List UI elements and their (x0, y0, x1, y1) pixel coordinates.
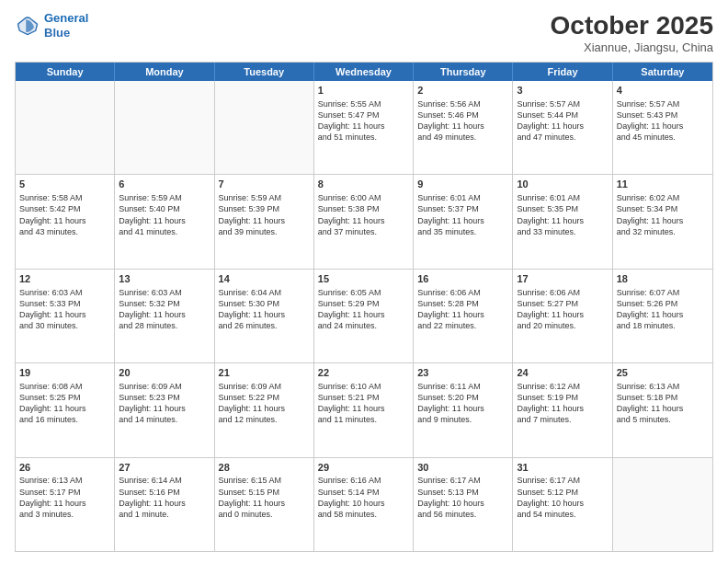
day-info: Sunrise: 6:17 AM Sunset: 5:12 PM Dayligh… (517, 475, 608, 520)
logo: General Blue (15, 11, 88, 40)
day-cell: 17Sunrise: 6:06 AM Sunset: 5:27 PM Dayli… (513, 270, 612, 362)
day-number: 29 (318, 461, 409, 475)
day-cell: 24Sunrise: 6:12 AM Sunset: 5:19 PM Dayli… (513, 363, 612, 456)
day-info: Sunrise: 6:01 AM Sunset: 5:35 PM Dayligh… (517, 192, 608, 237)
day-header: Sunday (16, 63, 115, 81)
day-info: Sunrise: 6:13 AM Sunset: 5:18 PM Dayligh… (617, 381, 709, 426)
day-info: Sunrise: 5:56 AM Sunset: 5:46 PM Dayligh… (417, 98, 508, 144)
day-info: Sunrise: 6:05 AM Sunset: 5:29 PM Dayligh… (318, 287, 409, 332)
day-cell (16, 81, 115, 174)
day-number: 27 (119, 461, 210, 475)
day-number: 17 (517, 272, 608, 286)
day-header: Thursday (414, 63, 513, 81)
day-cell: 10Sunrise: 6:01 AM Sunset: 5:35 PM Dayli… (513, 175, 612, 268)
location: Xiannue, Jiangsu, China (551, 40, 713, 54)
day-cell: 20Sunrise: 6:09 AM Sunset: 5:23 PM Dayli… (115, 363, 214, 456)
day-info: Sunrise: 6:04 AM Sunset: 5:30 PM Dayligh… (219, 287, 310, 332)
day-cell: 15Sunrise: 6:05 AM Sunset: 5:29 PM Dayli… (314, 270, 414, 362)
page: General Blue October 2025 Xiannue, Jiang… (0, 0, 728, 563)
day-number: 26 (19, 461, 110, 475)
day-info: Sunrise: 6:02 AM Sunset: 5:34 PM Dayligh… (617, 192, 709, 237)
day-cell: 30Sunrise: 6:17 AM Sunset: 5:13 PM Dayli… (414, 458, 513, 551)
day-header: Monday (115, 63, 214, 81)
day-cell: 4Sunrise: 5:57 AM Sunset: 5:43 PM Daylig… (613, 81, 712, 174)
day-cell: 16Sunrise: 6:06 AM Sunset: 5:28 PM Dayli… (414, 270, 513, 362)
day-cell: 29Sunrise: 6:16 AM Sunset: 5:14 PM Dayli… (314, 458, 414, 551)
day-cell: 11Sunrise: 6:02 AM Sunset: 5:34 PM Dayli… (613, 175, 712, 268)
day-info: Sunrise: 5:57 AM Sunset: 5:43 PM Dayligh… (617, 98, 709, 144)
day-cell: 18Sunrise: 6:07 AM Sunset: 5:26 PM Dayli… (613, 270, 712, 362)
month-title: October 2025 (551, 11, 713, 40)
day-headers: SundayMondayTuesdayWednesdayThursdayFrid… (16, 63, 712, 81)
header: General Blue October 2025 Xiannue, Jiang… (15, 11, 713, 54)
day-number: 7 (219, 178, 310, 191)
day-number: 13 (119, 272, 210, 286)
day-cell: 3Sunrise: 5:57 AM Sunset: 5:44 PM Daylig… (513, 81, 612, 174)
day-cell: 1Sunrise: 5:55 AM Sunset: 5:47 PM Daylig… (314, 81, 414, 174)
day-cell (115, 81, 214, 174)
day-cell: 13Sunrise: 6:03 AM Sunset: 5:32 PM Dayli… (115, 270, 214, 362)
day-cell (613, 458, 712, 551)
day-info: Sunrise: 6:01 AM Sunset: 5:37 PM Dayligh… (417, 192, 508, 237)
day-cell: 28Sunrise: 6:15 AM Sunset: 5:15 PM Dayli… (215, 458, 314, 551)
day-cell: 14Sunrise: 6:04 AM Sunset: 5:30 PM Dayli… (215, 270, 314, 362)
day-info: Sunrise: 6:06 AM Sunset: 5:27 PM Dayligh… (517, 287, 608, 332)
day-cell: 31Sunrise: 6:17 AM Sunset: 5:12 PM Dayli… (513, 458, 612, 551)
day-header: Tuesday (215, 63, 314, 81)
day-cell: 19Sunrise: 6:08 AM Sunset: 5:25 PM Dayli… (16, 363, 115, 456)
day-info: Sunrise: 6:00 AM Sunset: 5:38 PM Dayligh… (318, 192, 409, 237)
logo-text: General Blue (44, 11, 88, 40)
day-cell: 2Sunrise: 5:56 AM Sunset: 5:46 PM Daylig… (414, 81, 513, 174)
day-number: 15 (318, 272, 409, 286)
day-number: 1 (318, 84, 409, 98)
day-cell: 27Sunrise: 6:14 AM Sunset: 5:16 PM Dayli… (115, 458, 214, 551)
day-info: Sunrise: 6:11 AM Sunset: 5:20 PM Dayligh… (417, 381, 508, 426)
day-cell: 22Sunrise: 6:10 AM Sunset: 5:21 PM Dayli… (314, 363, 414, 456)
day-cell: 26Sunrise: 6:13 AM Sunset: 5:17 PM Dayli… (16, 458, 115, 551)
day-cell: 9Sunrise: 6:01 AM Sunset: 5:37 PM Daylig… (414, 175, 513, 268)
week-row: 19Sunrise: 6:08 AM Sunset: 5:25 PM Dayli… (16, 363, 712, 457)
weeks: 1Sunrise: 5:55 AM Sunset: 5:47 PM Daylig… (16, 81, 712, 551)
day-number: 10 (517, 178, 608, 191)
day-number: 24 (517, 366, 608, 380)
day-cell: 12Sunrise: 6:03 AM Sunset: 5:33 PM Dayli… (16, 270, 115, 362)
day-cell (215, 81, 314, 174)
day-info: Sunrise: 5:55 AM Sunset: 5:47 PM Dayligh… (318, 98, 409, 144)
day-cell: 5Sunrise: 5:58 AM Sunset: 5:42 PM Daylig… (16, 175, 115, 268)
day-info: Sunrise: 6:06 AM Sunset: 5:28 PM Dayligh… (417, 287, 508, 332)
day-number: 12 (19, 272, 110, 286)
day-info: Sunrise: 6:13 AM Sunset: 5:17 PM Dayligh… (19, 475, 110, 520)
week-row: 12Sunrise: 6:03 AM Sunset: 5:33 PM Dayli… (16, 270, 712, 363)
day-number: 25 (617, 366, 709, 380)
day-number: 22 (318, 366, 409, 380)
day-info: Sunrise: 6:15 AM Sunset: 5:15 PM Dayligh… (219, 475, 310, 520)
day-number: 23 (417, 366, 508, 380)
week-row: 5Sunrise: 5:58 AM Sunset: 5:42 PM Daylig… (16, 175, 712, 269)
logo-icon (15, 13, 40, 39)
day-number: 6 (119, 178, 210, 191)
day-number: 5 (19, 178, 110, 191)
title-block: October 2025 Xiannue, Jiangsu, China (551, 11, 713, 54)
day-info: Sunrise: 6:08 AM Sunset: 5:25 PM Dayligh… (19, 381, 110, 426)
day-info: Sunrise: 6:17 AM Sunset: 5:13 PM Dayligh… (417, 475, 508, 520)
day-number: 31 (517, 461, 608, 475)
day-cell: 8Sunrise: 6:00 AM Sunset: 5:38 PM Daylig… (314, 175, 414, 268)
day-number: 30 (417, 461, 508, 475)
day-number: 11 (617, 178, 709, 191)
day-info: Sunrise: 5:59 AM Sunset: 5:39 PM Dayligh… (219, 192, 310, 237)
day-cell: 23Sunrise: 6:11 AM Sunset: 5:20 PM Dayli… (414, 363, 513, 456)
day-number: 28 (219, 461, 310, 475)
day-info: Sunrise: 6:14 AM Sunset: 5:16 PM Dayligh… (119, 475, 210, 520)
day-info: Sunrise: 6:07 AM Sunset: 5:26 PM Dayligh… (617, 287, 709, 332)
day-info: Sunrise: 6:03 AM Sunset: 5:33 PM Dayligh… (19, 287, 110, 332)
day-number: 21 (219, 366, 310, 380)
day-number: 2 (417, 84, 508, 98)
day-cell: 7Sunrise: 5:59 AM Sunset: 5:39 PM Daylig… (215, 175, 314, 268)
day-number: 19 (19, 366, 110, 380)
week-row: 26Sunrise: 6:13 AM Sunset: 5:17 PM Dayli… (16, 458, 712, 551)
day-number: 16 (417, 272, 508, 286)
day-info: Sunrise: 6:09 AM Sunset: 5:22 PM Dayligh… (219, 381, 310, 426)
day-info: Sunrise: 5:58 AM Sunset: 5:42 PM Dayligh… (19, 192, 110, 237)
day-info: Sunrise: 6:10 AM Sunset: 5:21 PM Dayligh… (318, 381, 409, 426)
day-number: 18 (617, 272, 709, 286)
